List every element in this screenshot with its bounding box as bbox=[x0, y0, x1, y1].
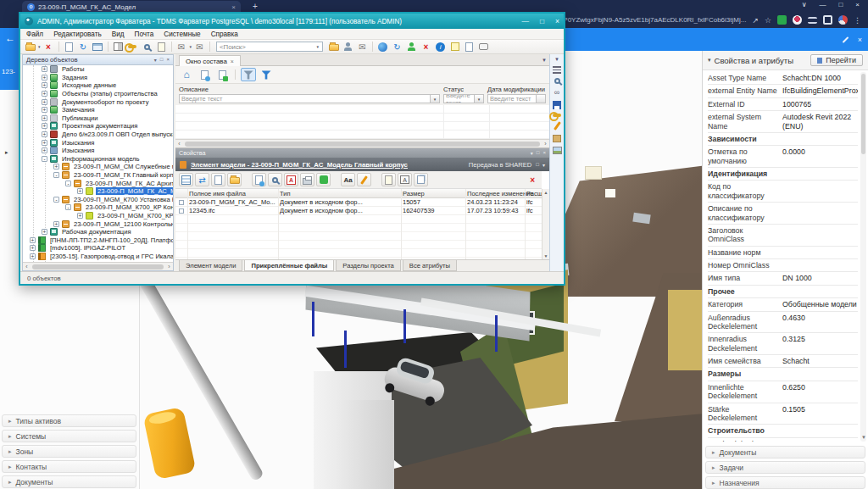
folder-search-icon[interactable] bbox=[327, 41, 340, 53]
columns-icon[interactable] bbox=[112, 41, 125, 53]
pdf-icon[interactable] bbox=[284, 173, 298, 186]
pin-icon[interactable]: □ bbox=[536, 162, 539, 168]
tree-item[interactable]: + [2305-15]. Газопровод-отвод и ГРС Икал… bbox=[23, 253, 173, 261]
accordion-header[interactable]: Системы bbox=[2, 430, 136, 442]
accordion-header[interactable]: Задачи bbox=[705, 461, 865, 474]
goto-button[interactable]: Перейти bbox=[810, 54, 863, 66]
attribute-row[interactable]: Название норм bbox=[708, 247, 858, 259]
tree-item[interactable]: + Замечания bbox=[23, 106, 173, 114]
tree-item[interactable]: + Проектная документация bbox=[23, 122, 173, 131]
globe-icon[interactable] bbox=[376, 41, 389, 53]
document-icon[interactable] bbox=[463, 41, 476, 53]
save-icon[interactable] bbox=[553, 101, 561, 109]
copy-file-icon[interactable] bbox=[414, 173, 428, 186]
chevron-down-icon[interactable]: ▾ bbox=[38, 44, 41, 49]
view-table-icon[interactable] bbox=[553, 66, 561, 74]
add-document-icon[interactable] bbox=[214, 68, 230, 81]
edit-pencil-icon[interactable] bbox=[554, 121, 561, 131]
file-row[interactable]: 12345.ifc Документ в исходном фор... 162… bbox=[175, 207, 549, 215]
search-icon[interactable] bbox=[141, 41, 153, 53]
pin-icon[interactable]: □ bbox=[160, 57, 164, 63]
delete-icon[interactable]: × bbox=[42, 41, 55, 53]
tree-expander-icon[interactable]: - bbox=[53, 197, 59, 203]
paste-icon[interactable] bbox=[381, 173, 396, 186]
search-icon[interactable] bbox=[268, 173, 282, 186]
chat-icon[interactable] bbox=[477, 41, 490, 53]
tree-expander-icon[interactable]: - bbox=[65, 181, 71, 186]
link-icon[interactable]: ∞ bbox=[554, 88, 559, 97]
tree-item[interactable]: - 23-009-П_MGM_К700_КР Констру bbox=[23, 203, 173, 212]
share-icon[interactable]: ↗ bbox=[752, 16, 759, 25]
tree-expander-icon[interactable]: - bbox=[65, 204, 71, 210]
close-icon[interactable]: × bbox=[858, 36, 862, 44]
folder-icon[interactable] bbox=[227, 173, 242, 186]
attribute-row[interactable]: Описание по классификатору bbox=[708, 203, 858, 225]
attribute-row[interactable]: External ID 1000765 bbox=[708, 98, 858, 111]
edit-pencil-icon[interactable] bbox=[357, 173, 371, 186]
info-icon[interactable] bbox=[434, 41, 447, 53]
tree-expander-icon[interactable]: + bbox=[42, 229, 47, 235]
scroll-down-icon[interactable]: ▼ bbox=[861, 435, 866, 440]
scroll-right-icon[interactable]: › bbox=[165, 264, 173, 270]
edit-pencil-icon[interactable] bbox=[843, 36, 849, 43]
chevron-down-icon[interactable]: ▾ bbox=[190, 44, 192, 49]
url-text[interactable]: 8VAUP0YZwtgxFbjN9-A5z5zvE1bj7aAEcDLK0RI_… bbox=[546, 16, 746, 24]
new-object-icon[interactable] bbox=[24, 41, 36, 53]
filter-active-icon[interactable] bbox=[259, 68, 274, 81]
attribute-row[interactable]: Имя семейства Schacht bbox=[708, 355, 858, 368]
tree-item[interactable]: - 23-009-П_MGM_К700 Установка К70 bbox=[23, 196, 173, 204]
filter-input[interactable]: Введите текст bbox=[487, 94, 537, 103]
close-icon[interactable]: × bbox=[542, 150, 546, 156]
sync-icon[interactable]: ⇄ bbox=[195, 173, 209, 186]
tree-item[interactable]: + 23-009-П_MGM_СМ Служебные мод bbox=[23, 163, 173, 171]
tree-item[interactable]: + Рабочая документация bbox=[23, 228, 173, 236]
attribute-row[interactable]: Außenradius Deckelelement 0.4630 bbox=[708, 312, 858, 334]
tree-item[interactable]: + Дело 6/н23.009.П ОВП Отдел выпуска п bbox=[23, 131, 173, 139]
tree-expander-icon[interactable]: - bbox=[42, 156, 47, 162]
clipboard-icon[interactable] bbox=[155, 41, 168, 53]
chevron-down-icon[interactable]: ▾ bbox=[154, 57, 157, 63]
tree-item[interactable]: - 23-009-П_MGM_ГК Главный корпус bbox=[23, 171, 173, 180]
attribute-row[interactable]: Заголовок OmniClass bbox=[708, 225, 858, 247]
scroll-up-icon[interactable]: ▲ bbox=[544, 190, 548, 195]
tree-item[interactable]: + Исходные данные bbox=[23, 81, 173, 90]
scroll-left-icon[interactable]: ‹ bbox=[175, 141, 183, 147]
accordion-header[interactable]: Зоны bbox=[2, 445, 136, 458]
filter-icon[interactable] bbox=[241, 68, 256, 81]
search-input[interactable]: <Поиск> ▾ bbox=[216, 42, 323, 52]
filter-input[interactable]: Введите текст bbox=[179, 94, 431, 103]
tree-item[interactable]: + Работы bbox=[23, 65, 173, 74]
tree-expander-icon[interactable]: + bbox=[42, 75, 47, 81]
accordion-header[interactable]: Документы bbox=[705, 446, 865, 458]
column-header[interactable]: Описание bbox=[179, 86, 440, 94]
properties-tab[interactable]: Разделы проекта bbox=[336, 260, 400, 271]
browser-tab[interactable]: Ф 23-009-П_MGM_ГК_АС_Модел × bbox=[22, 1, 241, 13]
attribute-row[interactable]: Категория Обобщенные модели bbox=[708, 298, 858, 311]
scroll-thumb[interactable] bbox=[32, 264, 164, 270]
tree-expander-icon[interactable]: + bbox=[77, 213, 83, 219]
tree-item[interactable]: + 23-009-П_MGM_К700_КР_Кон bbox=[23, 212, 173, 220]
key-icon[interactable] bbox=[126, 41, 139, 53]
tree-expander-icon[interactable]: + bbox=[42, 131, 47, 137]
column-header[interactable]: Полное имя файла bbox=[187, 190, 278, 197]
attribute-row[interactable]: Размеры bbox=[708, 368, 858, 381]
back-icon[interactable]: ← bbox=[5, 32, 15, 44]
tree-item[interactable]: + 23-009-П_MGM_12100 Контрольно-и bbox=[23, 219, 173, 228]
chevron-down-icon[interactable]: ▾ bbox=[531, 150, 533, 156]
close-button[interactable]: × bbox=[855, 1, 860, 8]
maximize-button[interactable]: □ bbox=[838, 1, 843, 8]
maximize-button[interactable]: □ bbox=[540, 17, 544, 25]
user-sync-icon[interactable] bbox=[405, 41, 418, 53]
attribute-row[interactable]: Innenradius Deckelelement 0.3125 bbox=[708, 333, 858, 355]
accordion-header[interactable]: Типы активов bbox=[2, 414, 136, 427]
attribute-row[interactable]: Отметка по умолчанию 0.0000 bbox=[708, 146, 858, 168]
tab-list-icon[interactable]: ▼ bbox=[542, 58, 547, 63]
tree-item[interactable]: + Публикации bbox=[23, 114, 173, 123]
package-icon[interactable] bbox=[553, 135, 561, 142]
browser-menu-icon[interactable]: ⋮ bbox=[854, 16, 861, 25]
scroll-right-icon[interactable]: › bbox=[542, 141, 549, 147]
profile-avatar[interactable] bbox=[838, 15, 848, 25]
note-icon[interactable] bbox=[448, 41, 461, 53]
export-icon[interactable] bbox=[316, 173, 331, 186]
minimize-button[interactable]: — bbox=[521, 17, 529, 25]
